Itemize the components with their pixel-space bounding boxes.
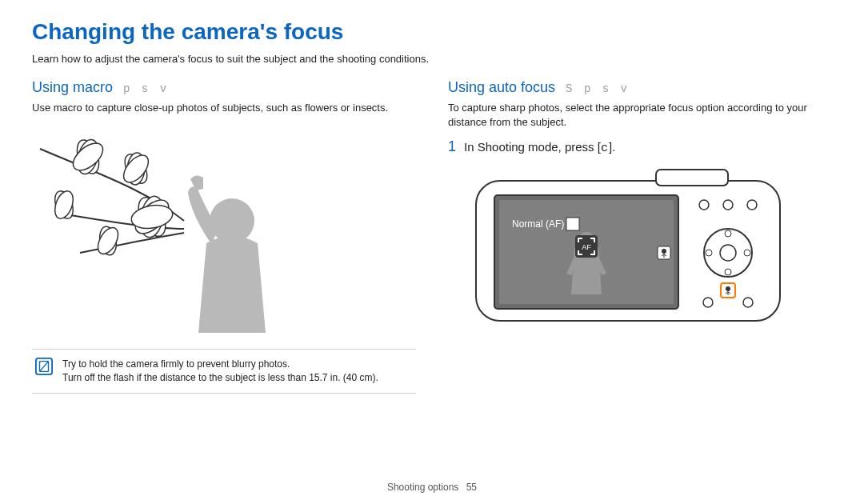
step-1: 1 In Shooting mode, press [c]. <box>448 138 832 155</box>
svg-point-36 <box>743 298 753 307</box>
macro-note-line-2: Turn off the flash if the distance to th… <box>62 371 378 385</box>
autofocus-body: To capture sharp photos, select the appr… <box>448 101 832 129</box>
svg-point-25 <box>699 200 709 210</box>
svg-rect-17 <box>656 170 728 186</box>
svg-point-31 <box>725 269 731 275</box>
autofocus-mode-tags: S p s v <box>566 82 630 95</box>
camera-illustration: AF Normal (AF) <box>472 166 792 326</box>
step-key: c <box>601 142 609 155</box>
page-title: Changing the camera's focus <box>32 19 832 45</box>
macro-note-lines: Try to hold the camera firmly to prevent… <box>62 358 378 386</box>
step-number: 1 <box>448 138 456 155</box>
af-bracket-label: AF <box>582 243 591 251</box>
lcd-mode-label: Normal (AF) <box>512 218 564 230</box>
page-footer: Shooting options 55 <box>0 482 864 493</box>
page-intro: Learn how to adjust the camera's focus t… <box>32 53 832 65</box>
right-column: Using auto focus S p s v To capture shar… <box>448 79 832 394</box>
footer-section: Shooting options <box>387 482 458 493</box>
autofocus-heading-text: Using auto focus <box>448 79 555 95</box>
macro-heading: Using macro p s v <box>32 79 416 96</box>
footer-page-number: 55 <box>466 482 477 493</box>
macro-body: Use macro to capture close-up photos of … <box>32 101 416 115</box>
macro-note-line-1: Try to hold the camera firmly to prevent… <box>62 358 378 371</box>
step-text: In Shooting mode, press [c]. <box>464 140 615 155</box>
left-column: Using macro p s v Use macro to capture c… <box>32 79 416 394</box>
svg-point-30 <box>725 230 731 237</box>
svg-point-29 <box>720 245 736 261</box>
svg-point-32 <box>706 250 712 256</box>
macro-flower-icon <box>658 246 670 259</box>
macro-illustration <box>32 125 416 333</box>
svg-point-24 <box>662 249 666 254</box>
macro-heading-text: Using macro <box>32 79 113 95</box>
autofocus-heading: Using auto focus S p s v <box>448 79 832 96</box>
macro-note-box: Try to hold the camera firmly to prevent… <box>32 349 416 394</box>
step-text-suffix: ]. <box>609 140 615 154</box>
svg-point-26 <box>723 200 733 210</box>
svg-point-13 <box>94 224 122 257</box>
svg-rect-22 <box>566 218 579 230</box>
svg-point-27 <box>747 200 757 210</box>
svg-point-35 <box>703 298 713 307</box>
macro-mode-tags: p s v <box>123 82 169 95</box>
note-icon <box>35 358 53 375</box>
svg-point-33 <box>744 250 750 256</box>
two-column-layout: Using macro p s v Use macro to capture c… <box>32 79 832 394</box>
svg-point-34 <box>726 286 730 291</box>
step-text-prefix: In Shooting mode, press [ <box>464 140 601 154</box>
camera-illustration-wrap: AF Normal (AF) <box>472 166 832 330</box>
